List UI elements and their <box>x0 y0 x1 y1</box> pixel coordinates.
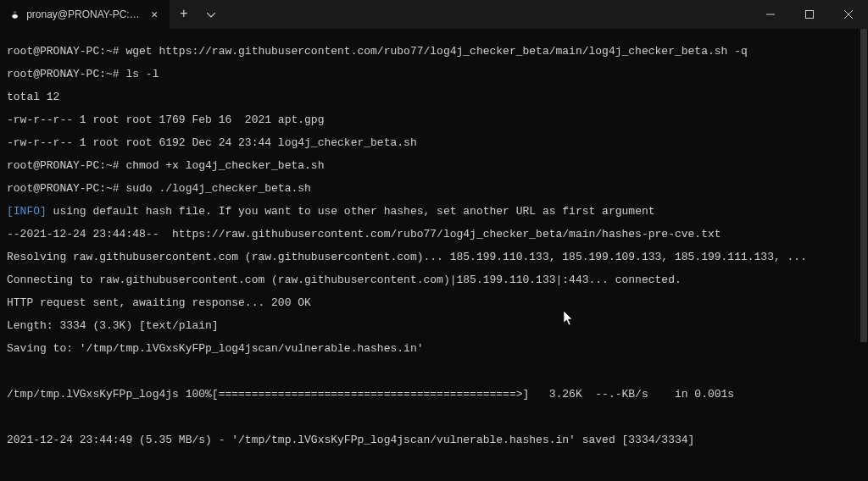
output-text: -rw-r--r-- 1 root root 6192 Dec 24 23:44… <box>7 137 861 149</box>
tab-close-button[interactable]: ✕ <box>147 6 161 23</box>
terminal-output[interactable]: root@PRONAY-PC:~# wget https://raw.githu… <box>0 29 868 481</box>
output-text: Length: 3334 (3.3K) [text/plain] <box>7 320 861 332</box>
prompt: root@PRONAY-PC:~# <box>7 68 120 80</box>
tux-icon <box>10 8 19 20</box>
prompt: root@PRONAY-PC:~# <box>7 159 120 172</box>
output-text: 2021-12-24 23:44:49 (5.35 MB/s) - '/tmp/… <box>7 434 861 446</box>
scrollbar[interactable] <box>860 29 868 481</box>
command-text: chmod +x log4j_checker_beta.sh <box>120 159 325 172</box>
output-text: Resolving raw.githubusercontent.com (raw… <box>7 252 861 263</box>
command-text: ls -l <box>120 68 159 80</box>
new-tab-button[interactable]: + <box>170 7 198 22</box>
output-text: -rw-r--r-- 1 root root 1769 Feb 16 2021 … <box>7 114 861 126</box>
info-text: using default hash file. If you want to … <box>47 205 655 218</box>
output-text: HTTP request sent, awaiting response... … <box>7 297 861 309</box>
svg-point-2 <box>14 12 14 13</box>
svg-point-1 <box>12 14 17 19</box>
command-text: wget https://raw.githubusercontent.com/r… <box>120 45 748 58</box>
prompt: root@PRONAY-PC:~# <box>7 45 120 58</box>
output-text: Connecting to raw.githubusercontent.com … <box>7 274 861 286</box>
output-text: total 12 <box>7 91 861 103</box>
tab-title: pronay@PRONAY-PC: /mnt/c/U <box>26 8 141 20</box>
svg-point-3 <box>15 12 16 13</box>
progress-line: /tmp/tmp.lVGxsKyFPp_log4js 100%[========… <box>7 389 861 401</box>
titlebar: pronay@PRONAY-PC: /mnt/c/U ✕ + <box>0 0 868 29</box>
tab-dropdown-button[interactable] <box>198 7 224 22</box>
minimize-button[interactable] <box>751 0 790 29</box>
tab-area: pronay@PRONAY-PC: /mnt/c/U ✕ + <box>0 0 224 29</box>
prompt: root@PRONAY-PC:~# <box>7 182 120 195</box>
scrollbar-thumb[interactable] <box>860 29 867 342</box>
output-text: Saving to: '/tmp/tmp.lVGxsKyFPp_log4jsca… <box>7 343 861 355</box>
tab-active[interactable]: pronay@PRONAY-PC: /mnt/c/U ✕ <box>0 0 170 29</box>
info-tag: [INFO] <box>7 205 47 218</box>
command-text: sudo ./log4j_checker_beta.sh <box>120 182 311 195</box>
output-text: --2021-12-24 23:44:48-- https://raw.gith… <box>7 229 861 240</box>
maximize-button[interactable] <box>790 0 829 29</box>
close-button[interactable] <box>829 0 868 29</box>
window-controls <box>751 0 868 29</box>
svg-rect-5 <box>806 11 814 19</box>
